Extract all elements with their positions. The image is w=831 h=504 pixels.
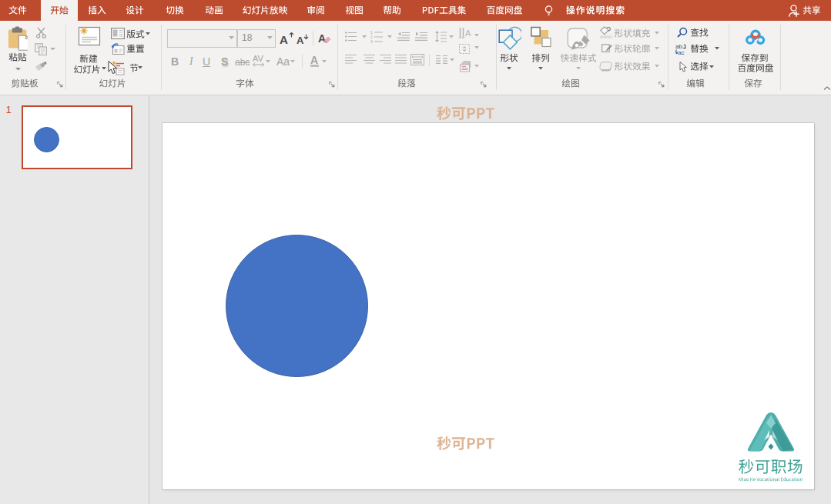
svg-text:ac: ac [678, 49, 684, 55]
svg-text:3: 3 [370, 39, 373, 43]
svg-text:A: A [465, 28, 471, 38]
